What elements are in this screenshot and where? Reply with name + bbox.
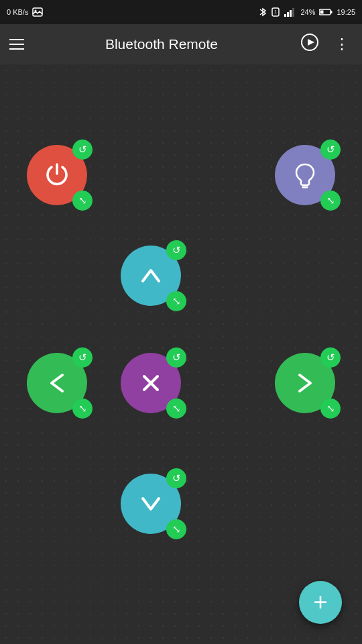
down-refresh-badge[interactable]: ↺ (166, 468, 186, 488)
left-arrow-icon (44, 370, 70, 396)
status-bar-left: 0 KB/s (7, 7, 43, 17)
power-refresh-badge[interactable]: ↺ (72, 140, 93, 160)
play-button[interactable] (299, 34, 320, 55)
bulb-icon (290, 160, 320, 190)
right-resize-badge[interactable]: ⤡ (320, 398, 341, 419)
remote-canvas: ↺ ⤡ ↺ ⤡ ↺ ⤡ ↺ ⤡ ↺ ⤡ (0, 64, 362, 644)
svg-rect-7 (292, 8, 294, 17)
app-title: Bluetooth Remote (35, 36, 288, 52)
svg-rect-9 (320, 11, 324, 14)
light-resize-badge[interactable]: ⤡ (320, 191, 341, 211)
add-button[interactable]: + (299, 581, 342, 624)
down-button[interactable]: ↺ ⤡ (121, 474, 181, 534)
cancel-button[interactable]: ↺ ⤡ (121, 353, 181, 413)
svg-rect-4 (284, 14, 286, 17)
svg-rect-6 (290, 10, 292, 17)
menu-button[interactable] (9, 39, 24, 50)
light-refresh-badge[interactable]: ↺ (320, 140, 341, 160)
battery-icon (319, 8, 333, 16)
svg-text:1: 1 (274, 9, 277, 14)
power-button[interactable]: ↺ ⤡ (27, 145, 87, 205)
down-arrow-icon (137, 490, 164, 517)
more-options-button[interactable]: ⋮ (331, 36, 353, 53)
up-refresh-badge[interactable]: ↺ (166, 240, 186, 260)
svg-rect-5 (287, 12, 289, 17)
data-speed: 0 KB/s (7, 8, 28, 16)
left-refresh-badge[interactable]: ↺ (72, 347, 93, 368)
app-bar: Bluetooth Remote ⋮ (0, 24, 362, 64)
svg-marker-12 (308, 39, 314, 46)
status-bar: 0 KB/s 1 24% 19: (0, 0, 362, 24)
battery-pct: 24% (300, 8, 315, 16)
add-icon: + (313, 590, 327, 614)
left-resize-badge[interactable]: ⤡ (72, 398, 93, 419)
time-display: 19:25 (337, 8, 355, 16)
cancel-resize-badge[interactable]: ⤡ (166, 398, 186, 419)
power-resize-badge[interactable]: ⤡ (72, 191, 93, 211)
light-button[interactable]: ↺ ⤡ (275, 145, 335, 205)
up-arrow-icon (137, 262, 164, 289)
left-button[interactable]: ↺ ⤡ (27, 353, 87, 413)
right-button[interactable]: ↺ ⤡ (275, 353, 335, 413)
bluetooth-icon (259, 7, 267, 17)
svg-rect-10 (330, 11, 333, 13)
right-arrow-icon (292, 370, 318, 396)
up-button[interactable]: ↺ ⤡ (121, 246, 181, 306)
cancel-refresh-badge[interactable]: ↺ (166, 347, 186, 368)
status-bar-right: 1 24% 19:25 (259, 7, 355, 17)
power-icon (42, 160, 72, 190)
up-resize-badge[interactable]: ⤡ (166, 291, 186, 311)
cancel-icon (137, 370, 164, 396)
signal-icon (284, 7, 296, 17)
sim-icon: 1 (271, 7, 280, 17)
image-icon (32, 7, 43, 17)
down-resize-badge[interactable]: ⤡ (166, 519, 186, 539)
right-refresh-badge[interactable]: ↺ (320, 347, 341, 368)
